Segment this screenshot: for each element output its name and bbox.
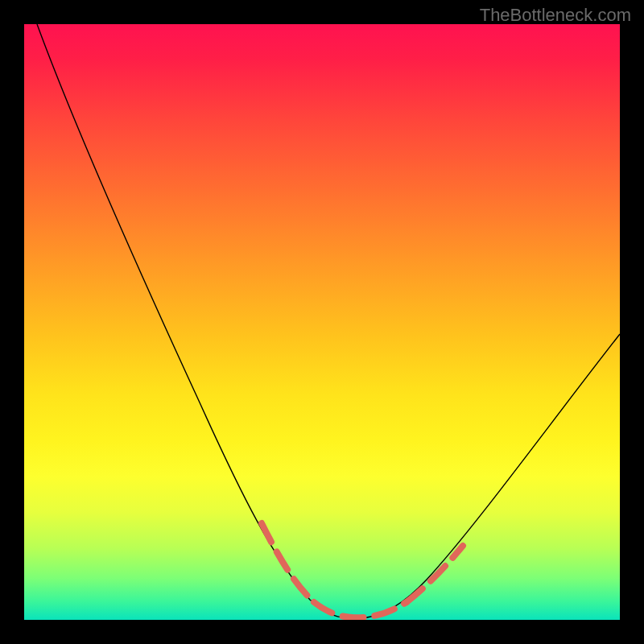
chart-container: TheBottleneck.com <box>0 0 644 644</box>
watermark-text: TheBottleneck.com <box>480 5 631 26</box>
curve-svg <box>24 24 620 620</box>
highlight-bottom <box>314 602 407 617</box>
highlight-left <box>262 523 314 602</box>
bottleneck-curve <box>37 24 620 619</box>
highlight-right <box>407 546 463 602</box>
plot-area <box>24 24 620 620</box>
